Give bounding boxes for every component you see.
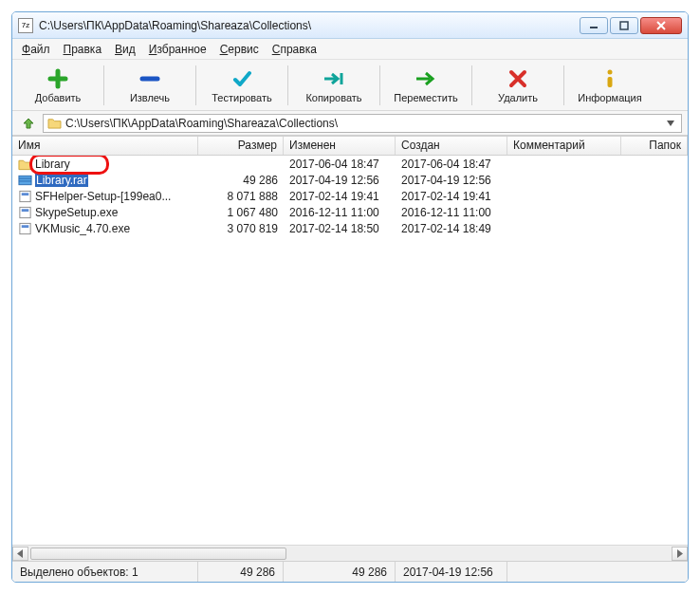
menu-file[interactable]: Файл <box>22 43 50 56</box>
copy-button[interactable]: Копировать <box>296 63 372 108</box>
copy-arrow-icon <box>322 67 345 90</box>
col-modified[interactable]: Изменен <box>284 137 396 155</box>
up-button[interactable] <box>18 114 39 133</box>
column-headers: Имя Размер Изменен Создан Комментарий Па… <box>12 137 688 156</box>
separator <box>103 65 104 105</box>
chevron-down-icon[interactable] <box>664 121 677 126</box>
move-button[interactable]: Переместить <box>388 63 464 108</box>
copy-label: Копировать <box>305 92 361 103</box>
path-text: C:\Users\ПК\AppData\Roaming\Shareaza\Col… <box>65 117 660 130</box>
svg-rect-10 <box>20 191 30 201</box>
scroll-right-icon[interactable] <box>672 547 688 561</box>
status-spacer <box>507 562 688 582</box>
test-label: Тестировать <box>212 92 272 103</box>
list-item[interactable]: SFHelper-Setup-[199ea0...8 071 8882017-0… <box>12 188 688 204</box>
extract-button[interactable]: Извлечь <box>112 63 188 108</box>
scroll-left-icon[interactable] <box>12 547 28 561</box>
list-body[interactable]: Library2017-06-04 18:472017-06-04 18:47L… <box>12 156 688 545</box>
svg-rect-7 <box>19 176 31 184</box>
svg-rect-13 <box>22 209 29 212</box>
address-bar: C:\Users\ПК\AppData\Roaming\Shareaza\Col… <box>12 111 688 136</box>
maximize-button[interactable] <box>610 17 638 34</box>
add-button[interactable]: Добавить <box>20 63 96 108</box>
status-bar: Выделено объектов: 1 49 286 49 286 2017-… <box>12 561 688 582</box>
menu-bar: Файл Правка Вид Избранное Сервис Справка <box>12 39 688 60</box>
test-button[interactable]: Тестировать <box>204 63 280 108</box>
status-size: 49 286 <box>198 562 284 582</box>
separator <box>471 65 472 105</box>
col-name[interactable]: Имя <box>12 137 198 155</box>
col-folders[interactable]: Папок <box>621 137 688 155</box>
separator <box>379 65 380 105</box>
close-button[interactable] <box>640 17 682 34</box>
window-title: C:\Users\ПК\AppData\Roaming\Shareaza\Col… <box>39 19 580 32</box>
app-icon: 7z <box>18 18 33 33</box>
check-icon <box>230 67 253 90</box>
file-list: Имя Размер Изменен Создан Комментарий Па… <box>12 136 688 561</box>
h-scrollbar[interactable] <box>12 545 688 561</box>
delete-button[interactable]: Удалить <box>480 63 556 108</box>
list-item[interactable]: VKMusic_4.70.exe3 070 8192017-02-14 18:5… <box>12 220 688 236</box>
scroll-track[interactable] <box>29 547 671 561</box>
app-window: 7z C:\Users\ПК\AppData\Roaming\Shareaza\… <box>11 11 689 583</box>
info-icon <box>599 67 621 90</box>
toolbar: Добавить Извлечь Тестировать Копировать … <box>12 60 688 111</box>
extract-label: Извлечь <box>130 92 170 103</box>
info-button[interactable]: Информация <box>572 63 648 108</box>
col-size[interactable]: Размер <box>198 137 284 155</box>
list-item[interactable]: Library.rar49 2862017-04-19 12:562017-04… <box>12 172 688 188</box>
move-arrow-icon <box>414 67 437 90</box>
svg-rect-6 <box>608 77 613 87</box>
info-label: Информация <box>578 92 641 103</box>
col-created[interactable]: Создан <box>396 137 507 155</box>
svg-rect-12 <box>20 207 30 217</box>
minimize-button[interactable] <box>580 17 608 34</box>
folder-icon <box>47 117 62 129</box>
separator <box>563 65 564 105</box>
delete-label: Удалить <box>498 92 538 103</box>
svg-rect-11 <box>22 193 29 195</box>
scroll-thumb[interactable] <box>30 548 286 560</box>
menu-view[interactable]: Вид <box>115 43 136 56</box>
svg-rect-15 <box>22 225 29 228</box>
x-icon <box>507 67 529 90</box>
menu-favorites[interactable]: Избранное <box>149 43 207 56</box>
title-bar[interactable]: 7z C:\Users\ПК\AppData\Roaming\Shareaza\… <box>12 12 688 39</box>
plus-icon <box>46 67 69 90</box>
svg-rect-14 <box>20 223 30 233</box>
add-label: Добавить <box>35 92 82 103</box>
move-label: Переместить <box>394 92 457 103</box>
minus-icon <box>138 67 161 90</box>
separator <box>195 65 196 105</box>
svg-point-5 <box>608 69 613 74</box>
status-size2: 49 286 <box>284 562 396 582</box>
list-item[interactable]: Library2017-06-04 18:472017-06-04 18:47 <box>12 156 688 172</box>
menu-tools[interactable]: Сервис <box>220 43 259 56</box>
status-selected: Выделено объектов: 1 <box>12 562 198 582</box>
svg-rect-1 <box>620 22 628 29</box>
status-date: 2017-04-19 12:56 <box>396 562 507 582</box>
path-box[interactable]: C:\Users\ПК\AppData\Roaming\Shareaza\Col… <box>43 114 682 133</box>
col-comment[interactable]: Комментарий <box>507 137 621 155</box>
menu-edit[interactable]: Правка <box>64 43 102 56</box>
separator <box>287 65 288 105</box>
menu-help[interactable]: Справка <box>272 43 317 56</box>
list-item[interactable]: SkypeSetup.exe1 067 4802016-12-11 11:002… <box>12 204 688 220</box>
